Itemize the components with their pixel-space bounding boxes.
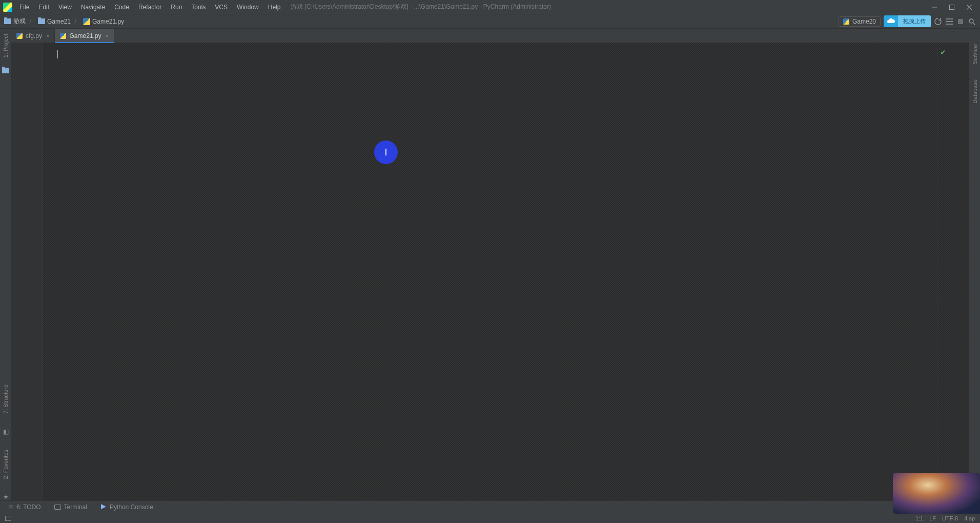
menu-help-label: elp bbox=[272, 4, 280, 11]
menu-window[interactable]: Window bbox=[233, 2, 263, 13]
close-tab-icon[interactable]: × bbox=[106, 33, 109, 39]
terminal-icon bbox=[54, 505, 61, 510]
python-file-icon bbox=[60, 33, 66, 39]
list-icon: ≣ bbox=[8, 504, 13, 511]
structure-tool-button[interactable]: 7: Structure bbox=[3, 381, 9, 417]
database-tool-button[interactable]: Database bbox=[972, 76, 978, 107]
python-file-icon bbox=[16, 33, 23, 39]
menu-refactor-label: efactor bbox=[143, 4, 162, 11]
window-controls bbox=[926, 1, 978, 13]
breadcrumb-separator-icon: 〉 bbox=[74, 17, 80, 26]
editor-body[interactable]: I ✔ bbox=[11, 43, 969, 500]
breadcrumb: 游戏 〉 Game21 〉 Game21.py bbox=[4, 17, 124, 26]
run-config-label: Game20 bbox=[852, 18, 876, 25]
menu-tools-label: ools bbox=[194, 4, 206, 11]
menu-navigate-label: avigate bbox=[86, 4, 106, 11]
menu-window-label: indow bbox=[242, 4, 258, 11]
menu-file[interactable]: File bbox=[15, 2, 33, 13]
structure-icon[interactable]: ◧ bbox=[3, 428, 9, 435]
breadcrumb-folder-label: Game21 bbox=[47, 18, 71, 25]
svg-rect-1 bbox=[958, 19, 963, 24]
terminal-tool-button[interactable]: Terminal bbox=[51, 502, 90, 512]
update-button[interactable] bbox=[934, 17, 942, 26]
menu-code[interactable]: Code bbox=[110, 2, 133, 13]
window-title: 游戏 [C:\Users\Administrator\Desktop\游戏] -… bbox=[291, 3, 550, 11]
sciview-tool-button[interactable]: SciView bbox=[972, 41, 978, 67]
text-cursor bbox=[57, 50, 58, 58]
drag-upload-button[interactable]: 拖拽上传 bbox=[884, 15, 931, 27]
python-file-icon bbox=[83, 18, 90, 25]
svg-point-2 bbox=[969, 19, 973, 23]
breadcrumb-root[interactable]: 游戏 bbox=[4, 17, 26, 26]
game-character-overlay bbox=[893, 473, 980, 514]
todo-tool-button[interactable]: ≣ 6: TODO bbox=[5, 502, 44, 512]
breadcrumb-file[interactable]: Game21.py bbox=[83, 18, 124, 25]
menu-navigate[interactable]: Navigate bbox=[77, 2, 109, 13]
editor-tab-bar: cfg.py × Game21.py × bbox=[11, 29, 969, 43]
python-console-label: Python Console bbox=[110, 504, 153, 511]
navigation-bar: 游戏 〉 Game21 〉 Game21.py Game20 拖拽上传 bbox=[0, 14, 980, 29]
main-area: 1: Project cfg.py × Game21.py × I ✔ bbox=[0, 29, 980, 500]
upload-button-label: 拖拽上传 bbox=[898, 15, 931, 27]
editor-column: cfg.py × Game21.py × I ✔ bbox=[11, 29, 969, 500]
editor-tab-cfg[interactable]: cfg.py × bbox=[11, 29, 55, 43]
terminal-label: Terminal bbox=[64, 504, 87, 511]
line-separator[interactable]: LF bbox=[929, 515, 936, 521]
close-button[interactable] bbox=[961, 1, 978, 13]
folder-icon[interactable] bbox=[2, 68, 9, 73]
menu-file-label: ile bbox=[23, 4, 29, 11]
minimize-button[interactable] bbox=[926, 1, 943, 13]
editor-gutter bbox=[11, 43, 43, 500]
pycharm-icon bbox=[3, 3, 12, 12]
menu-help[interactable]: Help bbox=[264, 2, 285, 13]
python-file-icon bbox=[843, 18, 849, 25]
todo-label: 6: TODO bbox=[16, 504, 41, 511]
menu-tools[interactable]: Tools bbox=[187, 2, 210, 13]
file-encoding[interactable]: UTF-8 bbox=[942, 515, 958, 521]
project-tool-button[interactable]: 1: Project bbox=[3, 31, 9, 61]
menu-edit[interactable]: Edit bbox=[34, 2, 53, 13]
indent-setting[interactable]: 4 sp bbox=[964, 515, 975, 521]
left-tool-strip-bottom: 7: Structure ◧ 2: Favorites ★ bbox=[0, 381, 11, 500]
breadcrumb-folder[interactable]: Game21 bbox=[38, 18, 71, 25]
folder-icon bbox=[38, 18, 45, 24]
breadcrumb-root-label: 游戏 bbox=[13, 17, 26, 26]
python-console-tool-button[interactable]: ⯈ Python Console bbox=[97, 502, 156, 512]
breadcrumb-separator-icon: 〉 bbox=[29, 17, 35, 26]
menu-run-label: un bbox=[175, 4, 182, 11]
menu-refactor[interactable]: Refactor bbox=[134, 2, 166, 13]
right-tool-strip: SciView Database bbox=[969, 29, 980, 500]
status-bar: 1:1 LF UTF-8 4 sp bbox=[0, 513, 980, 523]
menu-view[interactable]: View bbox=[54, 2, 76, 13]
tool-window-toggle-icon[interactable] bbox=[5, 516, 11, 521]
toolbar-list-icon[interactable] bbox=[945, 17, 953, 26]
bottom-tool-bar: ≣ 6: TODO Terminal ⯈ Python Console bbox=[0, 500, 980, 513]
run-configuration-selector[interactable]: Game20 bbox=[839, 16, 881, 27]
menu-edit-label: dit bbox=[43, 4, 49, 11]
menu-view-label: iew bbox=[63, 4, 72, 11]
maximize-button[interactable] bbox=[943, 1, 961, 13]
cloud-upload-icon bbox=[884, 16, 898, 27]
python-icon: ⯈ bbox=[100, 504, 107, 511]
menu-vcs[interactable]: VCS bbox=[211, 2, 232, 13]
nav-toolbar-right: Game20 拖拽上传 bbox=[839, 15, 976, 27]
favorites-tool-button[interactable]: 2: Favorites bbox=[3, 447, 9, 482]
star-icon[interactable]: ★ bbox=[3, 493, 9, 500]
editor-tab-label: cfg.py bbox=[26, 32, 42, 39]
toolbar-stop-icon[interactable] bbox=[956, 17, 965, 26]
menu-code-label: ode bbox=[119, 4, 129, 11]
caret-position[interactable]: 1:1 bbox=[915, 515, 923, 521]
status-bar-right: 1:1 LF UTF-8 4 sp bbox=[915, 515, 975, 521]
breadcrumb-file-label: Game21.py bbox=[92, 18, 124, 25]
editor-tab-label: Game21.py bbox=[69, 32, 101, 39]
editor-right-gutter bbox=[937, 43, 969, 500]
folder-icon bbox=[4, 18, 11, 24]
svg-rect-0 bbox=[950, 5, 954, 9]
search-everywhere-icon[interactable] bbox=[968, 17, 976, 26]
close-tab-icon[interactable]: × bbox=[46, 33, 49, 39]
click-indicator: I bbox=[374, 140, 398, 164]
editor-tab-game21[interactable]: Game21.py × bbox=[55, 29, 114, 43]
title-bar: File Edit View Navigate Code Refactor Ru… bbox=[0, 0, 980, 14]
menu-run[interactable]: Run bbox=[167, 2, 186, 13]
inspection-ok-icon[interactable]: ✔ bbox=[940, 48, 946, 56]
